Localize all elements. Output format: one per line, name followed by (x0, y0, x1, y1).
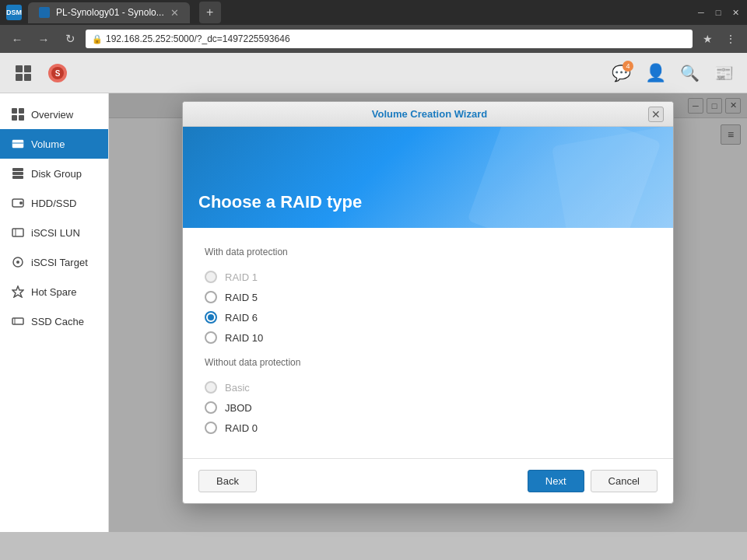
dialog-title: Volume Creation Wizard (211, 108, 648, 120)
notification-badge: 4 (622, 61, 633, 72)
tab-label: PL-Synology01 - Synolo... (56, 7, 164, 18)
close-button[interactable]: ✕ (730, 7, 741, 18)
notification-button[interactable]: 💬 4 (605, 58, 637, 89)
sidebar-item-iscsi-lun[interactable]: iSCSI LUN (0, 218, 108, 247)
raid5-label: RAID 5 (225, 292, 258, 303)
svg-rect-14 (12, 172, 23, 175)
hdd-icon (11, 196, 25, 210)
app-toolbar: S 💬 4 👤 🔍 📰 (0, 53, 747, 93)
url-text: 192.168.25.252:5000/?_dc=1497225593646 (106, 33, 290, 44)
raid5-radio[interactable] (205, 291, 217, 303)
svg-rect-23 (12, 318, 23, 324)
cancel-button[interactable]: Cancel (591, 470, 658, 492)
lock-icon: 🔒 (92, 34, 103, 44)
new-tab-button[interactable]: + (199, 2, 221, 23)
main-layout: Overview Volume Disk Group HDD/SSD iSCSI… (0, 93, 747, 532)
raid6-option[interactable]: RAID 6 (205, 307, 651, 327)
svg-rect-2 (16, 74, 23, 81)
raid0-label: RAID 0 (225, 422, 258, 434)
hot-spare-icon (11, 285, 25, 299)
user-button[interactable]: 👤 (640, 58, 671, 89)
back-button[interactable]: ← (6, 28, 28, 50)
raid0-radio[interactable] (205, 422, 217, 434)
iscsi-target-icon (11, 255, 25, 269)
forward-button[interactable]: → (33, 28, 54, 50)
sidebar-item-volume[interactable]: Volume (0, 129, 108, 159)
raid0-option[interactable]: RAID 0 (205, 418, 651, 438)
ssd-cache-icon (11, 314, 25, 328)
jbod-option[interactable]: JBOD (205, 397, 651, 418)
raid10-radio[interactable] (205, 331, 217, 344)
sidebar-item-ssd-cache[interactable]: SSD Cache (0, 306, 108, 336)
overview-icon (11, 107, 25, 121)
jbod-radio[interactable] (205, 401, 217, 414)
info-icon: 📰 (714, 64, 734, 82)
svg-rect-15 (12, 176, 23, 179)
svg-rect-1 (24, 65, 31, 72)
with-protection-radio-group: RAID 1 RAID 5 RAID 6 (205, 267, 651, 348)
raid10-label: RAID 10 (225, 332, 263, 344)
svg-rect-0 (16, 65, 23, 72)
dialog-titlebar: Volume Creation Wizard ✕ (183, 102, 673, 127)
maximize-button[interactable]: □ (713, 7, 724, 18)
nav-bar: ← → ↻ 🔒 192.168.25.252:5000/?_dc=1497225… (0, 25, 747, 53)
menu-button[interactable]: ⋮ (721, 29, 741, 49)
volume-creation-dialog: Volume Creation Wizard ✕ Choose a RAID t… (182, 101, 674, 504)
storage-icon[interactable]: S (42, 58, 73, 89)
raid5-option[interactable]: RAID 5 (205, 287, 651, 307)
browser-tab[interactable]: PL-Synology01 - Synolo... ✕ (28, 2, 190, 23)
search-button[interactable]: 🔍 (674, 58, 705, 89)
basic-radio[interactable] (205, 381, 217, 394)
sidebar-label-iscsi-target: iSCSI Target (31, 257, 88, 268)
sidebar-label-hot-spare: Hot Spare (31, 286, 77, 298)
tab-favicon (39, 7, 50, 18)
disk-group-icon (11, 166, 25, 180)
svg-marker-22 (12, 286, 23, 297)
address-bar[interactable]: 🔒 192.168.25.252:5000/?_dc=1497225593646 (86, 30, 693, 48)
sidebar-item-overview[interactable]: Overview (0, 100, 108, 129)
raid1-radio[interactable] (205, 271, 217, 283)
svg-rect-13 (12, 168, 23, 171)
svg-rect-10 (19, 115, 24, 121)
svg-rect-7 (12, 108, 17, 114)
bookmark-button[interactable]: ★ (697, 29, 717, 49)
basic-label: Basic (225, 382, 250, 394)
info-button[interactable]: 📰 (708, 58, 739, 89)
modal-overlay: Volume Creation Wizard ✕ Choose a RAID t… (109, 93, 747, 532)
without-protection-label: Without data protection (205, 357, 651, 368)
sidebar-label-ssd-cache: SSD Cache (31, 316, 84, 327)
raid6-radio[interactable] (205, 311, 217, 324)
raid10-option[interactable]: RAID 10 (205, 327, 651, 348)
without-protection-radio-group: Basic JBOD RAID 0 (205, 377, 651, 438)
sidebar-item-iscsi-target[interactable]: iSCSI Target (0, 247, 108, 277)
banner-title: Choose a RAID type (198, 192, 362, 212)
sidebar-item-hdd-ssd[interactable]: HDD/SSD (0, 188, 108, 218)
svg-rect-9 (12, 115, 17, 121)
content-area: ─ □ ✕ ≡ Volume Creation Wizard ✕ (109, 93, 747, 532)
refresh-button[interactable]: ↻ (59, 28, 81, 50)
svg-rect-11 (12, 140, 23, 148)
sidebar-label-disk-group: Disk Group (31, 168, 82, 180)
minimize-button[interactable]: ─ (696, 7, 707, 18)
raid1-option[interactable]: RAID 1 (205, 267, 651, 287)
raid6-label: RAID 6 (225, 312, 258, 324)
sidebar-label-iscsi-lun: iSCSI LUN (31, 227, 80, 239)
with-protection-label: With data protection (205, 247, 651, 257)
dialog-footer: Back Next Cancel (183, 458, 673, 503)
back-button[interactable]: Back (198, 470, 257, 492)
sidebar-label-overview: Overview (31, 109, 73, 121)
volume-icon (11, 137, 25, 151)
tab-close-button[interactable]: ✕ (170, 7, 179, 19)
svg-text:S: S (55, 69, 61, 78)
basic-option[interactable]: Basic (205, 377, 651, 397)
next-button[interactable]: Next (528, 470, 584, 492)
sidebar-item-disk-group[interactable]: Disk Group (0, 159, 108, 188)
dialog-close-button[interactable]: ✕ (648, 107, 664, 122)
raid1-label: RAID 1 (225, 271, 258, 283)
sidebar-item-hot-spare[interactable]: Hot Spare (0, 277, 108, 306)
apps-icon[interactable] (8, 58, 39, 89)
svg-rect-18 (12, 229, 23, 236)
sidebar: Overview Volume Disk Group HDD/SSD iSCSI… (0, 93, 109, 532)
sidebar-label-volume: Volume (31, 138, 65, 150)
iscsi-lun-icon (11, 226, 25, 240)
